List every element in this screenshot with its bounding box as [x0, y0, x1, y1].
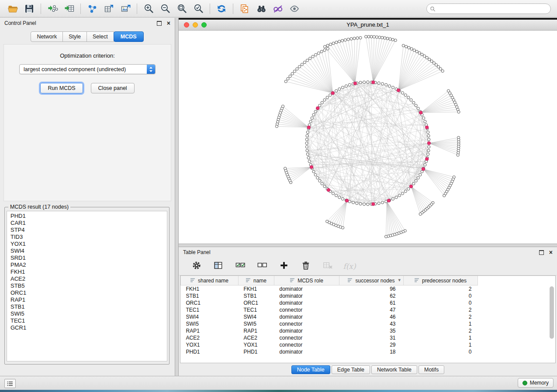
- mcds-result-item[interactable]: GCR1: [10, 324, 167, 331]
- save-session-button[interactable]: [21, 2, 37, 16]
- mcds-result-list[interactable]: PHD1CAR1STP4TID3YOX1SWI4SRD1PMA2FKH1ACE2…: [7, 211, 167, 361]
- cell-successor-nodes: 43: [339, 320, 404, 327]
- table-row[interactable]: ORC1ORC1dominator610: [181, 299, 478, 306]
- tab-motifs[interactable]: Motifs: [419, 365, 444, 374]
- tab-edge-table[interactable]: Edge Table: [332, 365, 370, 374]
- cell-successor-nodes: 96: [339, 285, 404, 293]
- cell-shared-name: ACE2: [181, 334, 239, 341]
- cell-successor-nodes: 31: [339, 334, 404, 341]
- column-header-predecessor-nodes[interactable]: predecessor nodes: [404, 276, 478, 285]
- run-mcds-button[interactable]: Run MCDS: [40, 83, 83, 93]
- cell-successor-nodes: 61: [339, 299, 404, 306]
- cell-mcds-role: dominator: [274, 327, 339, 334]
- export-image-icon: [120, 3, 131, 14]
- mcds-result-item[interactable]: TEC1: [10, 317, 167, 324]
- column-organizer-button[interactable]: [213, 261, 224, 272]
- table-row[interactable]: FKH1FKH1dominator962: [181, 285, 478, 293]
- search-input[interactable]: [426, 3, 551, 14]
- delete-entry-button[interactable]: [300, 261, 311, 272]
- cell-mcds-role: dominator: [274, 299, 339, 306]
- table-row[interactable]: TEC1TEC1connector472: [181, 306, 478, 313]
- add-entry-button[interactable]: [278, 261, 290, 272]
- mcds-result-item[interactable]: FKH1: [10, 268, 167, 275]
- table-row[interactable]: STB1STB1dominator620: [181, 292, 478, 299]
- zoom-fit-button[interactable]: [174, 2, 190, 16]
- cell-successor-nodes: 29: [339, 341, 404, 348]
- cell-predecessor-nodes: 1: [404, 320, 478, 327]
- column-header-name[interactable]: name: [239, 276, 274, 285]
- deselect-all-button[interactable]: [256, 261, 268, 272]
- show-all-icon: [289, 3, 300, 14]
- import-network-button[interactable]: [45, 2, 60, 16]
- table-panel: Table Panel × f(x) shared namenameMCDS r…: [179, 247, 557, 376]
- mcds-result-item[interactable]: STP4: [10, 227, 167, 234]
- column-header-successor-nodes[interactable]: successor nodes▾: [339, 276, 404, 285]
- table-row[interactable]: RAP1RAP1dominator352: [181, 327, 478, 334]
- column-header-mcds-role[interactable]: MCDS role: [274, 276, 339, 285]
- duplicate-network-button[interactable]: [237, 2, 253, 16]
- refresh-layout-button[interactable]: [214, 2, 229, 16]
- vertical-splitter[interactable]: [175, 18, 179, 376]
- cell-name: YOX1: [239, 341, 274, 348]
- mcds-result-item[interactable]: PMA2: [10, 261, 167, 268]
- select-all-button[interactable]: [235, 261, 246, 272]
- mcds-result-item[interactable]: ACE2: [10, 275, 167, 282]
- close-panel-icon[interactable]: ×: [167, 20, 170, 26]
- mcds-result-item[interactable]: STB1: [10, 303, 167, 310]
- table-row[interactable]: PHD1PHD1dominator180: [181, 348, 478, 355]
- new-network-button[interactable]: [84, 2, 100, 16]
- import-table-button[interactable]: [61, 2, 77, 16]
- settings-gear-button[interactable]: [191, 261, 202, 272]
- select-all-icon: [235, 261, 246, 272]
- export-table-button[interactable]: [101, 2, 117, 16]
- hide-unselected-button[interactable]: [270, 2, 286, 16]
- zoom-in-button[interactable]: [141, 2, 156, 16]
- mcds-result-item[interactable]: SWI4: [10, 248, 167, 254]
- tab-mcds[interactable]: MCDS: [114, 31, 144, 42]
- mcds-result-item[interactable]: STB5: [10, 282, 167, 289]
- horizontal-splitter[interactable]: [179, 244, 557, 247]
- float-panel-icon[interactable]: [157, 21, 162, 26]
- zoom-out-button[interactable]: [157, 2, 173, 16]
- open-file-button[interactable]: [5, 2, 21, 16]
- cell-mcds-role: dominator: [274, 285, 339, 293]
- table-row[interactable]: YOX1YOX1connector291: [181, 341, 478, 348]
- memory-status-icon: [522, 381, 527, 385]
- tab-select[interactable]: Select: [86, 31, 114, 42]
- memory-button[interactable]: Memory: [518, 378, 554, 388]
- network-graph[interactable]: [179, 30, 557, 244]
- network-canvas[interactable]: [179, 30, 557, 244]
- find-button[interactable]: [253, 2, 269, 16]
- status-menu-button[interactable]: [4, 379, 16, 388]
- export-table-icon: [103, 3, 115, 14]
- table-row[interactable]: ACE2ACE2connector311: [181, 334, 478, 341]
- export-image-button[interactable]: [118, 2, 133, 16]
- network-window-titlebar: YPA_prune.txt_1: [179, 20, 557, 31]
- mcds-result-item[interactable]: SWI5: [10, 310, 167, 317]
- cell-mcds-role: connector: [274, 306, 339, 313]
- table-row[interactable]: SWI5SWI5connector431: [181, 320, 478, 327]
- optimization-dropdown[interactable]: largest connected component (undirected): [19, 64, 156, 74]
- tab-network-table[interactable]: Network Table: [371, 365, 417, 374]
- status-bar: Memory: [0, 376, 557, 390]
- close-table-panel-icon[interactable]: ×: [549, 249, 553, 255]
- mcds-result-item[interactable]: PHD1: [10, 213, 167, 220]
- tab-style[interactable]: Style: [62, 31, 87, 42]
- zoom-selected-button[interactable]: [190, 2, 206, 16]
- table-scrollbar-thumb[interactable]: [550, 286, 554, 339]
- mcds-result-item[interactable]: CAR1: [10, 220, 167, 227]
- mcds-result-item[interactable]: TID3: [10, 234, 167, 241]
- mcds-result-item[interactable]: ORC1: [10, 289, 167, 296]
- mcds-result-item[interactable]: YOX1: [10, 241, 167, 248]
- delete-table-icon: [322, 261, 333, 272]
- mcds-result-item[interactable]: SRD1: [10, 254, 167, 261]
- tab-node-table[interactable]: Node Table: [291, 365, 330, 374]
- mcds-result-item[interactable]: RAP1: [10, 296, 167, 303]
- float-table-panel-icon[interactable]: [539, 250, 544, 255]
- close-panel-button[interactable]: Close panel: [91, 83, 135, 93]
- show-all-button[interactable]: [287, 2, 302, 16]
- table-row[interactable]: SWI4SWI4dominator462: [181, 313, 478, 320]
- toolbar-separator: [233, 3, 233, 14]
- column-header-shared-name[interactable]: shared name: [181, 276, 239, 285]
- tab-network[interactable]: Network: [31, 31, 63, 42]
